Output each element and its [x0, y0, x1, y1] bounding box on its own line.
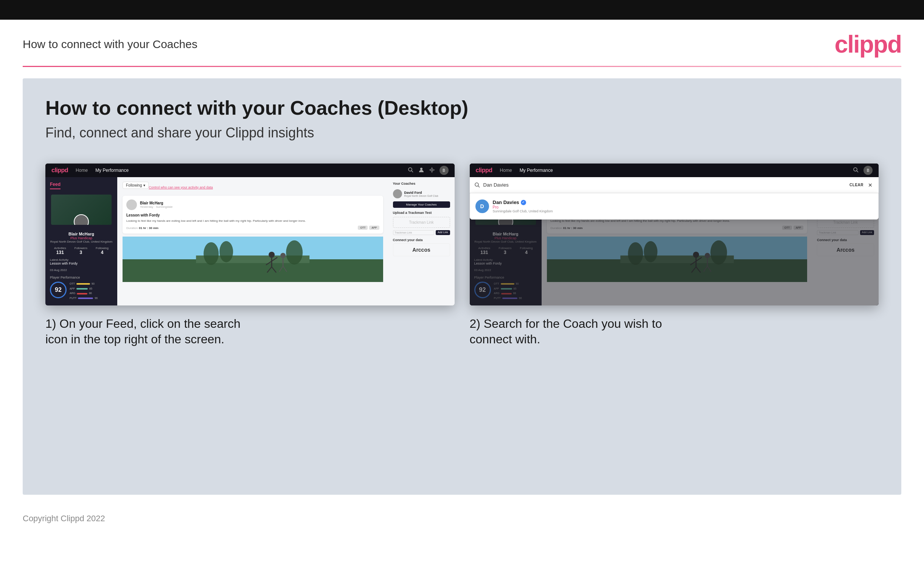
user-club: Royal North Devon Golf Club, United King…	[50, 240, 113, 244]
app-bar	[76, 288, 88, 289]
search-bar-row: Dan Davies CLEAR ✕	[470, 177, 879, 193]
main-heading: How to connect with your Coaches (Deskto…	[45, 97, 879, 119]
feed-user-sub: Yesterday · Sunningdale	[140, 205, 173, 209]
trackman-input-row: Trackman Link Add Link	[393, 230, 450, 235]
right-nav-my-performance: My Performance	[520, 168, 553, 173]
svg-point-29	[710, 240, 727, 265]
svg-point-20	[854, 168, 857, 171]
copyright: Copyright Clippd 2022	[23, 514, 105, 523]
caption-2-text: 2) Search for the Coach you wish toconne…	[470, 317, 662, 346]
right-panel: Your Coaches David Ford Royal North Devo…	[388, 177, 455, 305]
feed-btns: OTT APP	[358, 226, 379, 230]
activities-label: Activities	[54, 247, 66, 250]
app-label: APP	[70, 287, 75, 291]
connect-label: Connect your data	[393, 238, 450, 242]
coach-item: David Ford Royal North Devon Golf Club	[393, 189, 450, 198]
right-avatar-icon: B	[864, 166, 872, 175]
latest-activity-label: Latest Activity	[50, 258, 113, 261]
app-body: Feed Blair McHarg Plus Handicap Royal No…	[45, 177, 455, 305]
putt-label: PUTT	[70, 296, 76, 301]
svg-line-21	[857, 171, 858, 172]
result-role: Pro	[493, 205, 553, 209]
user-avatar-area	[50, 195, 113, 225]
app-logo: clippd	[52, 167, 68, 174]
clear-button[interactable]: CLEAR	[850, 183, 864, 187]
score-circle: 92	[50, 282, 66, 298]
add-link-btn[interactable]: Add Link	[436, 230, 450, 235]
activities-value: 131	[54, 250, 66, 255]
coaches-label: Your Coaches	[393, 182, 450, 185]
feed-card: Blair McHarg Yesterday · Sunningdale Les…	[123, 196, 383, 234]
right-search-icon	[853, 167, 859, 174]
footer: Copyright Clippd 2022	[0, 506, 924, 531]
search-icon[interactable]	[408, 167, 414, 174]
putt-val: 96	[95, 296, 97, 301]
following-btn-label: Following	[126, 183, 142, 187]
golf-scene-image	[123, 237, 383, 282]
arg-val: 86	[89, 291, 92, 296]
trackman-input[interactable]: Trackman Link	[393, 230, 435, 235]
duration-label: Duration	[126, 226, 138, 230]
right-topbar-icons: B	[853, 166, 872, 175]
activity-date: 03 Aug 2022	[50, 268, 113, 272]
trackman-placeholder: Trackman Link	[409, 220, 434, 224]
screenshot-col-left: clippd Home My Performance	[45, 164, 455, 347]
right-app-logo: clippd	[476, 167, 492, 174]
svg-point-8	[219, 241, 233, 262]
followers-label: Followers	[74, 247, 87, 250]
coach-club: Royal North Devon Golf Club	[404, 195, 439, 197]
svg-point-28	[644, 241, 657, 262]
screenshot-right: clippd Home My Performance B	[470, 164, 879, 305]
right-app-topbar: clippd Home My Performance B	[470, 164, 879, 177]
ott-btn[interactable]: OTT	[358, 226, 367, 230]
header: How to connect with your Coaches clippd	[0, 19, 924, 66]
screenshot-col-right: clippd Home My Performance B	[470, 164, 879, 347]
arg-label: ARG	[70, 291, 75, 296]
nav-home[interactable]: Home	[76, 168, 88, 173]
search-result-item[interactable]: D Dan Davies ✓ Pro Sunningdale Golf Club…	[470, 196, 879, 216]
user-handicap: Plus Handicap	[50, 236, 113, 240]
right-app-nav: Home My Performance	[500, 168, 553, 173]
svg-point-9	[286, 240, 303, 265]
right-stats-row: Activities131 Followers3 Following4	[474, 247, 537, 255]
putt-bar	[78, 297, 93, 299]
search-bar-icon	[474, 182, 481, 188]
manage-btn[interactable]: Manage Your Coaches	[393, 201, 450, 208]
user-icon[interactable]	[418, 167, 424, 174]
svg-point-0	[408, 168, 412, 171]
caption-2: 2) Search for the Coach you wish toconne…	[470, 316, 879, 347]
svg-point-10	[269, 252, 275, 258]
svg-line-23	[478, 186, 480, 187]
feed-user-avatar	[126, 200, 137, 210]
search-results-dropdown: D Dan Davies ✓ Pro Sunningdale Golf Club…	[470, 193, 879, 219]
right-user-name: Blair McHarg	[474, 232, 537, 236]
center-panel: Following ▾ Control who can see your act…	[117, 177, 388, 305]
svg-point-30	[693, 252, 699, 258]
avatar-icon[interactable]: B	[440, 166, 448, 175]
feed-user-row: Blair McHarg Yesterday · Sunningdale	[126, 200, 379, 210]
settings-icon[interactable]	[429, 167, 435, 174]
caption-1: 1) On your Feed, click on the searchicon…	[45, 316, 455, 347]
search-input-value[interactable]: Dan Davies	[483, 182, 847, 188]
app-val: 85	[89, 287, 92, 291]
player-perf-label: Player Performance	[50, 276, 113, 279]
svg-point-22	[475, 183, 479, 186]
main-content: How to connect with your Coaches (Deskto…	[23, 78, 901, 495]
close-button[interactable]: ✕	[866, 181, 874, 189]
chevron-down-icon: ▾	[143, 183, 145, 187]
followers-value: 3	[74, 250, 87, 255]
nav-my-performance[interactable]: My Performance	[95, 168, 129, 173]
following-button[interactable]: Following ▾	[123, 182, 149, 189]
page-title: How to connect with your Coaches	[23, 38, 197, 51]
ott-label: OTT	[70, 282, 75, 287]
screenshots-row: clippd Home My Performance	[45, 164, 879, 347]
feed-card-title: Lesson with Fordy	[126, 213, 379, 217]
duration-value: 01 hr : 30 min	[139, 226, 159, 230]
right-nav-home: Home	[500, 168, 512, 173]
feed-user-name: Blair McHarg	[140, 201, 173, 205]
result-avatar: D	[476, 200, 489, 213]
app-btn[interactable]: APP	[369, 226, 379, 230]
svg-point-2	[420, 168, 422, 170]
control-link[interactable]: Control who can see your activity and da…	[149, 185, 213, 189]
coach-name: David Ford	[404, 191, 439, 195]
